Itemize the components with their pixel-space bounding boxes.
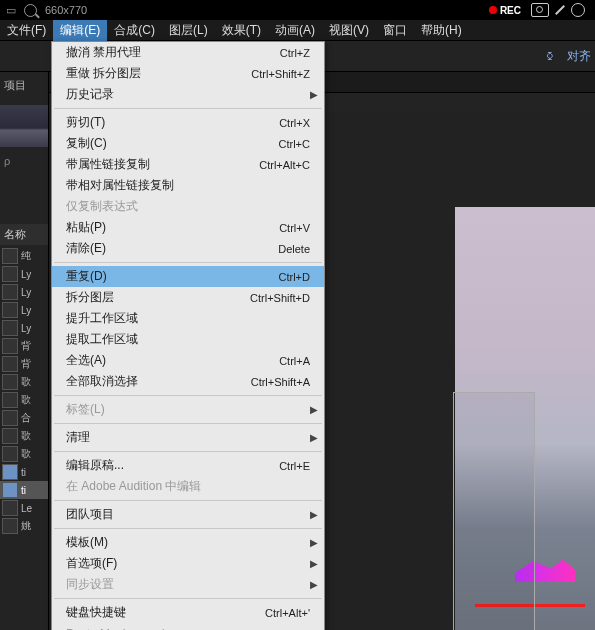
submenu-arrow-icon: ▶ xyxy=(310,558,318,569)
asset-label: Ly xyxy=(21,287,31,298)
project-tab[interactable]: 项目 xyxy=(0,72,48,99)
menu-item[interactable]: 带相对属性链接复制 xyxy=(52,175,324,196)
menu-item[interactable]: 首选项(F)▶ xyxy=(52,553,324,574)
asset-label: Ly xyxy=(21,323,31,334)
menu-item-label: 键盘快捷键 xyxy=(66,604,265,621)
asset-swatch-icon xyxy=(2,518,18,534)
asset-swatch-icon xyxy=(2,464,18,480)
menu-item-label: 团队项目 xyxy=(66,506,310,523)
menu-separator xyxy=(54,500,322,501)
menu-effect[interactable]: 效果(T) xyxy=(215,20,268,41)
menu-item: 标签(L)▶ xyxy=(52,399,324,420)
asset-item[interactable]: Le xyxy=(0,499,48,517)
asset-swatch-icon xyxy=(2,500,18,516)
menu-separator xyxy=(54,598,322,599)
menu-item[interactable]: 团队项目▶ xyxy=(52,504,324,525)
asset-label: 歌 xyxy=(21,393,31,407)
menu-item[interactable]: 拆分图层Ctrl+Shift+D xyxy=(52,287,324,308)
menu-item: Paste Mocha mask xyxy=(52,623,324,630)
menu-item[interactable]: 提升工作区域 xyxy=(52,308,324,329)
asset-label: 歌 xyxy=(21,429,31,443)
asset-swatch-icon xyxy=(2,356,18,372)
asset-item[interactable]: 背 xyxy=(0,337,48,355)
asset-item[interactable]: 歌 xyxy=(0,391,48,409)
snap-label[interactable]: 对齐 xyxy=(567,48,591,65)
asset-label: ti xyxy=(21,485,26,496)
menu-item[interactable]: 复制(C)Ctrl+C xyxy=(52,133,324,154)
asset-label: 歌 xyxy=(21,375,31,389)
menu-item[interactable]: 清除(E)Delete xyxy=(52,238,324,259)
name-column-header[interactable]: 名称 xyxy=(0,224,48,245)
menu-item-label: 清理 xyxy=(66,429,310,446)
asset-item[interactable]: 合 xyxy=(0,409,48,427)
menu-item-label: 首选项(F) xyxy=(66,555,310,572)
menu-window[interactable]: 窗口 xyxy=(376,20,414,41)
menu-item-shortcut: Ctrl+Alt+C xyxy=(259,159,310,171)
menu-edit[interactable]: 编辑(E) xyxy=(53,20,107,41)
menu-item[interactable]: 键盘快捷键Ctrl+Alt+' xyxy=(52,602,324,623)
menu-item[interactable]: 历史记录▶ xyxy=(52,84,324,105)
search-text[interactable]: 660x770 xyxy=(45,4,87,16)
asset-item[interactable]: Ly xyxy=(0,301,48,319)
menu-item[interactable]: 剪切(T)Ctrl+X xyxy=(52,112,324,133)
selection-bounding-box[interactable] xyxy=(453,392,535,630)
menu-item[interactable]: 全选(A)Ctrl+A xyxy=(52,350,324,371)
menu-item-label: 全选(A) xyxy=(66,352,279,369)
asset-swatch-icon xyxy=(2,338,18,354)
magnet-icon[interactable]: ⧲ xyxy=(547,49,553,63)
submenu-arrow-icon: ▶ xyxy=(310,404,318,415)
menu-item[interactable]: 重做 拆分图层Ctrl+Shift+Z xyxy=(52,63,324,84)
menu-item[interactable]: 全部取消选择Ctrl+Shift+A xyxy=(52,371,324,392)
menu-help[interactable]: 帮助(H) xyxy=(414,20,469,41)
project-thumbnail[interactable] xyxy=(0,105,48,147)
asset-item[interactable]: 纯 xyxy=(0,247,48,265)
menu-animation[interactable]: 动画(A) xyxy=(268,20,322,41)
asset-label: Ly xyxy=(21,305,31,316)
asset-item[interactable]: 姚 xyxy=(0,517,48,535)
search-rho-icon[interactable]: ρ xyxy=(4,155,10,167)
menu-item-label: 重做 拆分图层 xyxy=(66,65,251,82)
menu-separator xyxy=(54,108,322,109)
menu-item-label: 编辑原稿... xyxy=(66,457,279,474)
menu-layer[interactable]: 图层(L) xyxy=(162,20,215,41)
submenu-arrow-icon: ▶ xyxy=(310,537,318,548)
menu-item-shortcut: Ctrl+Shift+A xyxy=(251,376,310,388)
asset-item[interactable]: ti xyxy=(0,481,48,499)
submenu-arrow-icon: ▶ xyxy=(310,432,318,443)
menu-item[interactable]: 重复(D)Ctrl+D xyxy=(52,266,324,287)
asset-item[interactable]: 歌 xyxy=(0,373,48,391)
asset-swatch-icon xyxy=(2,302,18,318)
menu-composition[interactable]: 合成(C) xyxy=(107,20,162,41)
menu-item[interactable]: 编辑原稿...Ctrl+E xyxy=(52,455,324,476)
menu-item-shortcut: Ctrl+Z xyxy=(280,47,310,59)
asset-swatch-icon xyxy=(2,266,18,282)
submenu-arrow-icon: ▶ xyxy=(310,509,318,520)
asset-item[interactable]: Ly xyxy=(0,265,48,283)
asset-item[interactable]: Ly xyxy=(0,283,48,301)
settings-icon[interactable] xyxy=(571,3,585,17)
menu-item[interactable]: 模板(M)▶ xyxy=(52,532,324,553)
asset-item[interactable]: 歌 xyxy=(0,445,48,463)
asset-item[interactable]: 歌 xyxy=(0,427,48,445)
menu-separator xyxy=(54,451,322,452)
menu-item[interactable]: 带属性链接复制Ctrl+Alt+C xyxy=(52,154,324,175)
menu-file[interactable]: 文件(F) xyxy=(0,20,53,41)
menu-item[interactable]: 撤消 禁用代理Ctrl+Z xyxy=(52,42,324,63)
menu-item-label: 重复(D) xyxy=(66,268,279,285)
menu-item-label: 仅复制表达式 xyxy=(66,198,310,215)
pencil-icon[interactable] xyxy=(555,5,565,15)
camera-icon[interactable] xyxy=(531,3,549,17)
search-icon[interactable] xyxy=(24,4,37,17)
submenu-arrow-icon: ▶ xyxy=(310,89,318,100)
menu-item[interactable]: 提取工作区域 xyxy=(52,329,324,350)
menu-item-shortcut: Delete xyxy=(278,243,310,255)
asset-item[interactable]: 背 xyxy=(0,355,48,373)
asset-item[interactable]: Ly xyxy=(0,319,48,337)
menu-view[interactable]: 视图(V) xyxy=(322,20,376,41)
menu-item-label: 清除(E) xyxy=(66,240,278,257)
menu-item[interactable]: 粘贴(P)Ctrl+V xyxy=(52,217,324,238)
menu-item[interactable]: 清理▶ xyxy=(52,427,324,448)
asset-item[interactable]: ti xyxy=(0,463,48,481)
menu-item-shortcut: Ctrl+Shift+D xyxy=(250,292,310,304)
asset-label: 纯 xyxy=(21,249,31,263)
